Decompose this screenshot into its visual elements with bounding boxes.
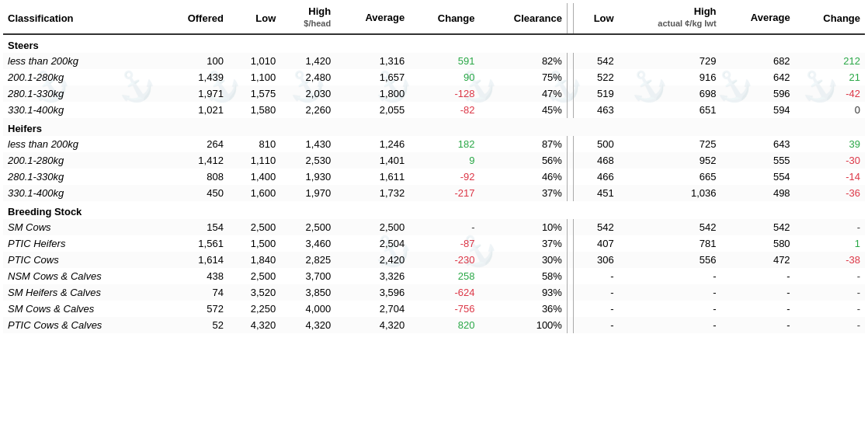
- cell-high2: 729: [619, 53, 721, 69]
- cell-high1: 4,320: [280, 317, 335, 333]
- cell-classification: NSM Cows & Calves: [3, 268, 160, 284]
- main-container: ⚓ ⚓ ⚓ ⚓ ⚓ ⚓ ⚓ ⚓ ⚓ ⚓ ⚓ ⚓ ClassificationOf…: [3, 3, 865, 333]
- cell-low1: 1,110: [228, 152, 280, 169]
- cell-low2: 500: [573, 136, 618, 152]
- cell-high2: -: [619, 317, 721, 333]
- cell-avg2: 643: [721, 136, 795, 152]
- cell-avg2: 594: [721, 102, 795, 118]
- cell-clearance: 75%: [479, 69, 567, 85]
- cell-high1: 1,970: [280, 185, 335, 201]
- cell-avg1: 2,500: [335, 219, 409, 235]
- col-avg2: Average: [721, 3, 795, 31]
- cell-low1: 2,500: [228, 268, 280, 284]
- col-high2: Highactual ¢/kg lwt: [619, 3, 721, 31]
- data-table: ClassificationOfferedLowHigh$/headAverag…: [3, 3, 865, 333]
- cell-offered: 100: [160, 53, 228, 69]
- cell-low2: -: [573, 301, 618, 317]
- cell-divider: [567, 284, 573, 301]
- cell-clearance: 45%: [479, 102, 567, 118]
- cell-change1: 9: [409, 152, 479, 169]
- cell-change1: -87: [409, 235, 479, 252]
- cell-clearance: 10%: [479, 219, 567, 235]
- cell-high2: -: [619, 301, 721, 317]
- section-header-label: Heifers: [3, 118, 865, 136]
- section-header-label: Steers: [3, 34, 865, 53]
- cell-change1: -217: [409, 185, 479, 201]
- cell-offered: 438: [160, 268, 228, 284]
- cell-low1: 810: [228, 136, 280, 152]
- cell-offered: 808: [160, 169, 228, 185]
- cell-change1: -624: [409, 284, 479, 301]
- cell-change2: -42: [795, 85, 865, 102]
- cell-avg2: -: [721, 317, 795, 333]
- cell-classification: PTIC Cows: [3, 252, 160, 268]
- cell-classification: 200.1-280kg: [3, 152, 160, 169]
- cell-high1: 2,825: [280, 252, 335, 268]
- cell-high2: 665: [619, 169, 721, 185]
- table-row: less than 200kg1001,0101,4201,31659182%5…: [3, 53, 865, 69]
- cell-low1: 2,500: [228, 219, 280, 235]
- cell-high1: 2,260: [280, 102, 335, 118]
- cell-change2: -: [795, 301, 865, 317]
- cell-avg2: 472: [721, 252, 795, 268]
- cell-divider: [567, 169, 573, 185]
- cell-avg1: 1,316: [335, 53, 409, 69]
- cell-avg1: 1,246: [335, 136, 409, 152]
- cell-avg2: -: [721, 268, 795, 284]
- col-clearance: Clearance: [479, 3, 567, 34]
- col-divider: [567, 3, 573, 34]
- cell-classification: less than 200kg: [3, 53, 160, 69]
- cell-low1: 1,010: [228, 53, 280, 69]
- cell-low1: 4,320: [228, 317, 280, 333]
- cell-classification: 200.1-280kg: [3, 69, 160, 85]
- cell-avg1: 2,504: [335, 235, 409, 252]
- cell-avg2: 498: [721, 185, 795, 201]
- table-row: SM Cows1542,5002,5002,500-10%542542542-: [3, 219, 865, 235]
- cell-divider: [567, 301, 573, 317]
- cell-avg1: 2,704: [335, 301, 409, 317]
- cell-clearance: 46%: [479, 169, 567, 185]
- cell-low2: 306: [573, 252, 618, 268]
- cell-avg1: 2,420: [335, 252, 409, 268]
- cell-avg2: 554: [721, 169, 795, 185]
- cell-high2: 698: [619, 85, 721, 102]
- cell-low1: 3,520: [228, 284, 280, 301]
- cell-clearance: 36%: [479, 301, 567, 317]
- cell-classification: 280.1-330kg: [3, 85, 160, 102]
- cell-low1: 1,100: [228, 69, 280, 85]
- cell-avg1: 3,596: [335, 284, 409, 301]
- cell-low2: -: [573, 317, 618, 333]
- cell-divider: [567, 53, 573, 69]
- cell-divider: [567, 252, 573, 268]
- cell-divider: [567, 185, 573, 201]
- cell-high2: 542: [619, 219, 721, 235]
- cell-clearance: 93%: [479, 284, 567, 301]
- cell-offered: 1,614: [160, 252, 228, 268]
- cell-high1: 1,430: [280, 136, 335, 152]
- col-classification: Classification: [3, 3, 160, 34]
- cell-change1: 90: [409, 69, 479, 85]
- cell-low2: 522: [573, 69, 618, 85]
- cell-high2: 651: [619, 102, 721, 118]
- cell-clearance: 87%: [479, 136, 567, 152]
- cell-avg2: -: [721, 301, 795, 317]
- cell-offered: 1,971: [160, 85, 228, 102]
- table-row: less than 200kg2648101,4301,24618287%500…: [3, 136, 865, 152]
- cell-low2: 466: [573, 169, 618, 185]
- cell-low1: 1,500: [228, 235, 280, 252]
- table-row: PTIC Heifers1,5611,5003,4602,504-8737%40…: [3, 235, 865, 252]
- cell-change1: 820: [409, 317, 479, 333]
- cell-offered: 52: [160, 317, 228, 333]
- cell-high1: 2,030: [280, 85, 335, 102]
- table-row: 330.1-400kg4501,6001,9701,732-21737%4511…: [3, 185, 865, 201]
- cell-change2: -14: [795, 169, 865, 185]
- cell-avg2: 555: [721, 152, 795, 169]
- cell-change1: -230: [409, 252, 479, 268]
- cell-change2: -30: [795, 152, 865, 169]
- col-low2: Low: [573, 3, 618, 34]
- cell-change1: 182: [409, 136, 479, 152]
- cell-low2: 519: [573, 85, 618, 102]
- cell-clearance: 58%: [479, 268, 567, 284]
- cell-low2: 463: [573, 102, 618, 118]
- table-row: 280.1-330kg8081,4001,9301,611-9246%46666…: [3, 169, 865, 185]
